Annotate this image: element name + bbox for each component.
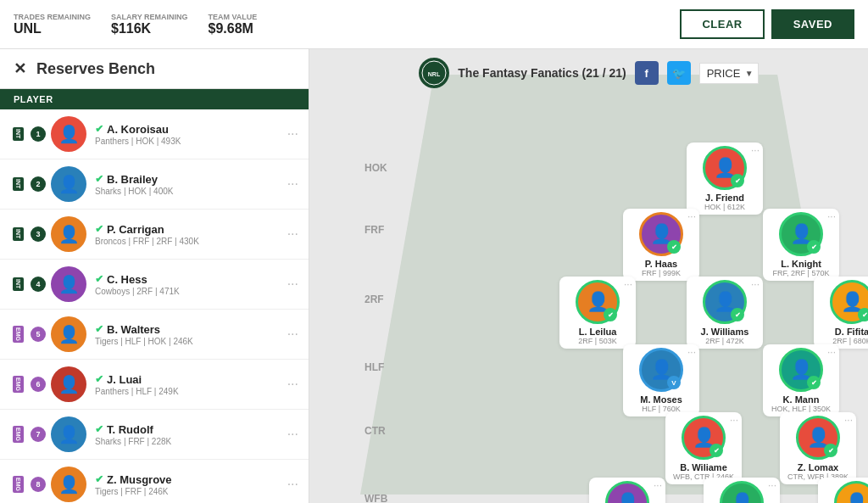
player-row[interactable]: INT 2 👤 ✔ B. Brailey Sharks | HOK | 400K… <box>0 159 309 210</box>
player-avatar: 👤 <box>51 416 86 452</box>
field-player-avatar: 👤 ✔ <box>703 280 747 324</box>
player-options-menu[interactable]: ··· <box>287 427 298 442</box>
trades-label: TRADES REMAINING <box>14 13 91 21</box>
field-player-options[interactable]: ··· <box>768 479 776 491</box>
field-player-drinkwater[interactable]: ··· 👤 ✔ S. Drinkwater HLF, WFB | 405K <box>704 478 780 503</box>
trades-remaining-stat: TRADES REMAINING UNL <box>14 13 91 36</box>
field-player-moses[interactable]: ··· 👤 V M. Moses HLF | 760K <box>623 344 699 416</box>
player-card: ··· 👤 ✔ C. Aekins WFB | 335K <box>818 478 868 503</box>
player-number-badge: 1 <box>31 126 46 142</box>
player-card: ··· 👤 ✔ L. Leilua 2RF | 503K <box>559 277 636 349</box>
position-badge: INT <box>13 177 24 190</box>
player-row[interactable]: EMG 7 👤 ✔ T. Rudolf Sharks | FRF | 228K … <box>0 410 309 460</box>
trades-value: UNL <box>14 21 91 36</box>
field-player-knight[interactable]: ··· 👤 ✔ L. Knight FRF, 2RF | 570K <box>763 209 839 281</box>
field-area: NRL The Fantasy Fanatics (21 / 21) f 🐦 P… <box>309 49 868 503</box>
player-card: ··· 👤 V M. Moses HLF | 760K <box>623 344 699 416</box>
player-row[interactable]: INT 4 👤 ✔ C. Hess Cowboys | 2RF | 471K ·… <box>0 260 309 310</box>
field-player-options[interactable]: ··· <box>730 414 738 426</box>
field-player-name: B. Wiliame <box>680 462 727 472</box>
twitter-button[interactable]: 🐦 <box>667 61 691 85</box>
player-info: ✔ C. Hess Cowboys | 2RF | 471K <box>95 273 287 296</box>
field-player-options[interactable]: ··· <box>624 278 632 290</box>
field-player-avatar: 👤 ✔ <box>796 416 840 460</box>
player-status-badge: ✔ <box>824 444 837 457</box>
player-details: Tigers | HLF | HOK | 246K <box>95 337 287 346</box>
player-number-badge: 6 <box>31 377 46 392</box>
field-player-name: J. Williams <box>701 327 749 337</box>
player-avatar: 👤 <box>51 266 86 302</box>
player-row[interactable]: EMG 8 👤 ✔ Z. Musgrove Tigers | FRF | 246… <box>0 460 309 503</box>
player-status-badge: ✔ <box>807 240 821 254</box>
field-player-options[interactable]: ··· <box>751 144 760 156</box>
player-options-menu[interactable]: ··· <box>287 277 298 292</box>
field-player-mann[interactable]: ··· 👤 ✔ K. Mann HOK, HLF | 350K <box>763 344 839 416</box>
player-card: ··· 👤 ✔ S. Drinkwater HLF, WFB | 405K <box>704 478 780 503</box>
field-player-papenhuyzen[interactable]: ··· 👤 ✔ R. Papenhuyzen WFB | 600K <box>589 478 665 503</box>
clear-button[interactable]: CLEAR <box>680 9 764 39</box>
position-badge: INT <box>13 277 24 290</box>
position-label: WFB <box>364 493 387 503</box>
sidebar: ✕ Reserves Bench PLAYER INT 1 👤 ✔ A. Kor… <box>0 49 309 503</box>
player-avatar: 👤 <box>51 316 86 352</box>
player-details: Sharks | HOK | 400K <box>95 187 287 196</box>
field-player-lomax[interactable]: ··· 👤 ✔ Z. Lomax CTR, WFB | 389K <box>780 412 856 484</box>
player-options-menu[interactable]: ··· <box>287 126 298 142</box>
field-player-options[interactable]: ··· <box>827 346 836 358</box>
field-player-options[interactable]: ··· <box>844 414 853 426</box>
player-name-row: ✔ T. Rudolf <box>95 423 287 436</box>
sort-select[interactable]: PRICE <box>699 63 759 84</box>
facebook-button[interactable]: f <box>635 61 659 85</box>
player-avatar: 👤 <box>51 467 86 502</box>
field-player-options[interactable]: ··· <box>827 210 836 222</box>
player-card: ··· 👤 ✔ L. Knight FRF, 2RF | 570K <box>763 209 839 281</box>
player-card: ··· 👤 ✔ J. Williams 2RF | 472K <box>687 277 763 349</box>
player-options-menu[interactable]: ··· <box>287 226 298 242</box>
field-player-leilua[interactable]: ··· 👤 ✔ L. Leilua 2RF | 503K <box>559 277 636 349</box>
player-name-row: ✔ B. Brailey <box>95 173 287 186</box>
team-name: The Fantasy Fanatics (21 / 21) <box>458 66 626 80</box>
position-badge: EMG <box>13 476 24 493</box>
player-details: Panthers | HLF | 249K <box>95 387 287 396</box>
field-player-fifita[interactable]: ··· 👤 ✔ D. Fifita 2RF | 680K <box>814 277 868 349</box>
field-player-williams[interactable]: ··· 👤 ✔ J. Williams 2RF | 472K <box>687 277 763 349</box>
player-row[interactable]: INT 3 👤 ✔ P. Carrigan Broncos | FRF | 2R… <box>0 210 309 260</box>
close-icon[interactable]: ✕ <box>14 59 26 78</box>
field-player-options[interactable]: ··· <box>687 210 696 222</box>
field-player-avatar: 👤 ✔ <box>720 481 764 503</box>
player-column-header: PLAYER <box>0 89 309 109</box>
field-player-details: FRF | 999K <box>642 269 681 277</box>
field-player-aekins[interactable]: ··· 👤 ✔ C. Aekins WFB | 335K <box>818 478 868 503</box>
player-options-menu[interactable]: ··· <box>287 176 298 192</box>
field-player-avatar: 👤 ✔ <box>576 280 620 324</box>
team-logo: NRL <box>419 58 449 88</box>
field-player-avatar: 👤 ✔ <box>639 212 683 256</box>
field-player-avatar: 👤 ✔ <box>682 416 726 460</box>
player-row[interactable]: INT 1 👤 ✔ A. Koroisau Panthers | HOK | 4… <box>0 109 309 159</box>
check-icon: ✔ <box>95 223 103 235</box>
field-player-haas[interactable]: ··· 👤 ✔ P. Haas FRF | 999K <box>623 209 699 281</box>
field-player-options[interactable]: ··· <box>654 479 662 491</box>
sort-dropdown[interactable]: PRICE ▼ <box>699 63 759 84</box>
player-row[interactable]: EMG 5 👤 ✔ B. Walters Tigers | HLF | HOK … <box>0 310 309 360</box>
field-player-options[interactable]: ··· <box>687 346 696 358</box>
player-name: J. Luai <box>107 373 142 386</box>
player-card: ··· 👤 ✔ J. Friend HOK | 612K <box>687 143 763 215</box>
player-name-row: ✔ B. Walters <box>95 323 287 336</box>
player-number-badge: 2 <box>31 176 46 192</box>
check-icon: ✔ <box>95 173 103 185</box>
player-options-menu[interactable]: ··· <box>287 477 298 492</box>
header: TRADES REMAINING UNL SALARY REMAINING $1… <box>0 0 868 49</box>
svg-text:NRL: NRL <box>428 71 441 77</box>
player-options-menu[interactable]: ··· <box>287 327 298 342</box>
field-player-wiliame[interactable]: ··· 👤 ✔ B. Wiliame WFB, CTR | 246K <box>665 412 742 484</box>
team-value-value: $9.68M <box>209 21 258 36</box>
field-player-name: Z. Lomax <box>798 462 838 472</box>
field-player-friend[interactable]: ··· 👤 ✔ J. Friend HOK | 612K <box>687 143 763 215</box>
player-row[interactable]: EMG 6 👤 ✔ J. Luai Panthers | HLF | 249K … <box>0 360 309 410</box>
saved-button[interactable]: SAVED <box>771 9 854 39</box>
team-value-stat: TEAM VALUE $9.68M <box>209 13 258 36</box>
field-player-options[interactable]: ··· <box>751 278 760 290</box>
player-options-menu[interactable]: ··· <box>287 377 298 392</box>
player-status-badge: ✔ <box>709 444 723 457</box>
